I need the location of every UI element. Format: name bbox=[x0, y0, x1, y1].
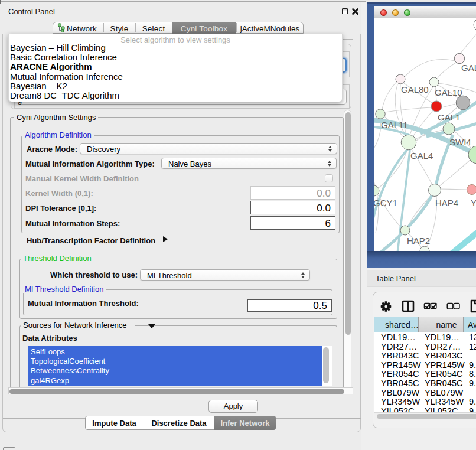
svg-text:GAL4: GAL4 bbox=[410, 151, 433, 161]
svg-text:HAP4: HAP4 bbox=[435, 198, 458, 208]
svg-text:GAL11: GAL11 bbox=[381, 120, 408, 130]
svg-text:GAL7: GAL7 bbox=[461, 63, 476, 73]
svg-text:SWI4: SWI4 bbox=[449, 137, 471, 147]
svg-text:GCY1: GCY1 bbox=[374, 198, 397, 208]
svg-text:GAL1: GAL1 bbox=[438, 112, 460, 122]
svg-text:GAL10: GAL10 bbox=[435, 87, 462, 97]
svg-text:GAL80: GAL80 bbox=[401, 84, 429, 94]
svg-text:HAP2: HAP2 bbox=[407, 236, 430, 246]
svg-text:YE: YE bbox=[471, 198, 476, 208]
